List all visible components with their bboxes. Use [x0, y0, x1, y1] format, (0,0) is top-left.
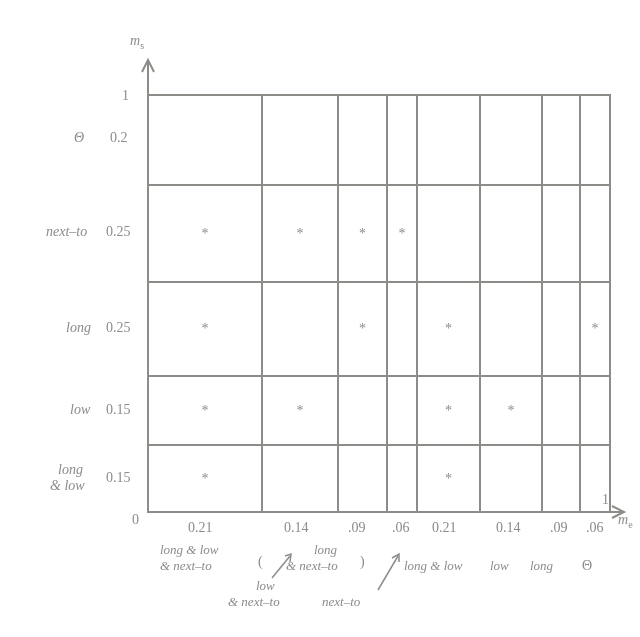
row-label-theta: Θ	[74, 130, 84, 145]
data-point: *	[202, 226, 209, 241]
y-origin-label: 0	[132, 512, 139, 527]
row-value-3: 0.15	[106, 402, 131, 417]
col-value-7: .06	[586, 520, 604, 535]
col-value-0: 0.21	[188, 520, 213, 535]
data-point: *	[508, 403, 515, 418]
svg-text:low: low	[256, 578, 275, 593]
col-value-5: 0.14	[496, 520, 521, 535]
svg-text:long & low: long & low	[404, 558, 463, 573]
svg-text:long: long	[314, 542, 338, 557]
data-point: *	[359, 321, 366, 336]
data-point: *	[399, 226, 406, 241]
data-point: *	[445, 471, 452, 486]
col-value-4: 0.21	[432, 520, 457, 535]
row-label-longlow: long	[58, 462, 83, 477]
data-point: *	[445, 403, 452, 418]
row-label-low: low	[70, 402, 91, 417]
svg-text:& next–to: & next–to	[286, 558, 338, 573]
col-value-3: .06	[392, 520, 410, 535]
svg-text:): )	[360, 554, 365, 570]
svg-line-24	[378, 556, 398, 590]
data-point: *	[202, 471, 209, 486]
svg-rect-2	[148, 95, 610, 512]
data-point: *	[592, 321, 599, 336]
svg-text:next–to: next–to	[322, 594, 361, 609]
chart-grid	[148, 95, 610, 512]
row-value-0: 0.2	[110, 130, 128, 145]
svg-text:& next–to: & next–to	[160, 558, 212, 573]
svg-text:(: (	[258, 554, 263, 570]
svg-text:low: low	[490, 558, 509, 573]
svg-text:long: long	[530, 558, 554, 573]
x-axis-label: me	[618, 512, 633, 530]
row-label-nextto: next–to	[46, 224, 87, 239]
data-point: *	[297, 226, 304, 241]
row-label-long: long	[66, 320, 91, 335]
data-point: *	[445, 321, 452, 336]
svg-text:Θ: Θ	[582, 558, 592, 573]
row-value-2: 0.25	[106, 320, 131, 335]
col-value-1: 0.14	[284, 520, 309, 535]
column-labels: long & low & next–to ( low & next–to lon…	[160, 542, 592, 609]
row-label-longlow2: & low	[50, 478, 85, 493]
y-axis-label: ms	[130, 33, 144, 51]
y-top-label: 1	[122, 88, 129, 103]
x-right-label: 1	[602, 492, 609, 507]
data-point: *	[297, 403, 304, 418]
row-value-1: 0.25	[106, 224, 131, 239]
svg-text:& next–to: & next–to	[228, 594, 280, 609]
col-value-6: .09	[550, 520, 568, 535]
row-value-4: 0.15	[106, 470, 131, 485]
svg-text:long & low: long & low	[160, 542, 219, 557]
data-point: *	[202, 321, 209, 336]
data-point: *	[359, 226, 366, 241]
col-value-2: .09	[348, 520, 366, 535]
data-point: *	[202, 403, 209, 418]
